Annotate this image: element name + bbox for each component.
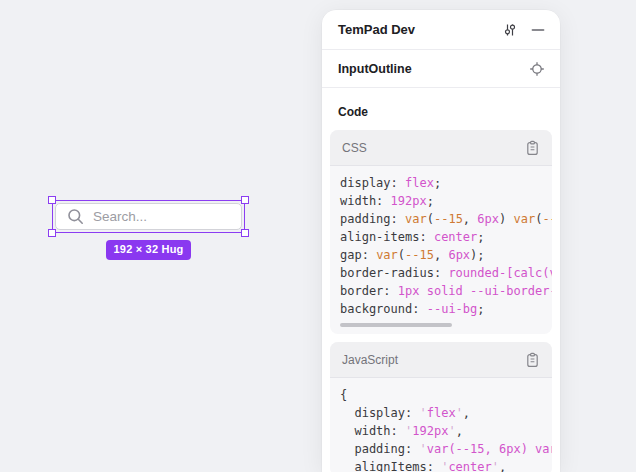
panel-title: TemPad Dev (338, 22, 502, 37)
javascript-code-body: { display: 'flex', width: '192px', paddi… (330, 378, 552, 472)
selection-size-badge-wrap: 192 × 32 Hug (52, 239, 245, 260)
selected-node-row: InputOutline (322, 50, 560, 88)
sliders-icon[interactable] (502, 22, 518, 38)
code-line: gap: var(--15, 6px); (340, 246, 552, 264)
panel-header: TemPad Dev (322, 10, 560, 50)
javascript-code-language: JavaScript (342, 353, 525, 367)
selection-handle-top-right[interactable] (241, 196, 249, 204)
horizontal-scrollbar-thumb[interactable] (340, 323, 452, 327)
code-line: border-radius: rounded-[calc(var( (340, 264, 552, 282)
selection-handle-bottom-right[interactable] (241, 229, 249, 237)
selection-handle-top-left[interactable] (48, 196, 56, 204)
css-code-block: CSS display: flex;width: 192px;padding: … (330, 130, 552, 334)
code-line: padding: 'var(--15, 6px) var(--15, 6px)'… (340, 440, 552, 458)
code-line: alignItems: 'center', (340, 458, 552, 472)
selected-component-search-input[interactable]: Search... (52, 200, 245, 233)
clipboard-icon[interactable] (525, 140, 540, 156)
horizontal-scrollbar (340, 323, 542, 327)
code-line: background: --ui-bg; (340, 300, 552, 318)
code-line: padding: var(--15, 6px) var(--15, 6px); (340, 210, 552, 228)
code-line: display: flex; (340, 174, 552, 192)
code-line: width: '192px', (340, 422, 552, 440)
code-line: { (340, 386, 552, 404)
css-code-header: CSS (330, 130, 552, 166)
code-line: width: 192px; (340, 192, 552, 210)
code-section-label: Code (338, 105, 544, 119)
search-field[interactable]: Search... (55, 203, 242, 230)
selection-handle-bottom-left[interactable] (48, 229, 56, 237)
css-code-language: CSS (342, 141, 525, 155)
crosshair-icon[interactable] (529, 61, 545, 77)
css-code-body: display: flex;width: 192px;padding: var(… (330, 166, 552, 318)
search-icon (67, 208, 84, 225)
clipboard-icon[interactable] (525, 352, 540, 368)
javascript-code-header: JavaScript (330, 342, 552, 378)
tempad-dev-panel: TemPad Dev InputOutline (322, 10, 560, 472)
javascript-code-block: JavaScript { display: 'flex', width: '19… (330, 342, 552, 472)
minimize-icon[interactable] (531, 23, 545, 37)
code-line: align-items: center; (340, 228, 552, 246)
selected-node-name: InputOutline (338, 62, 529, 76)
code-line: border: 1px solid --ui-border- (340, 282, 552, 300)
selection-size-badge: 192 × 32 Hug (106, 240, 192, 260)
code-line: display: 'flex', (340, 404, 552, 422)
search-placeholder: Search... (93, 209, 147, 224)
